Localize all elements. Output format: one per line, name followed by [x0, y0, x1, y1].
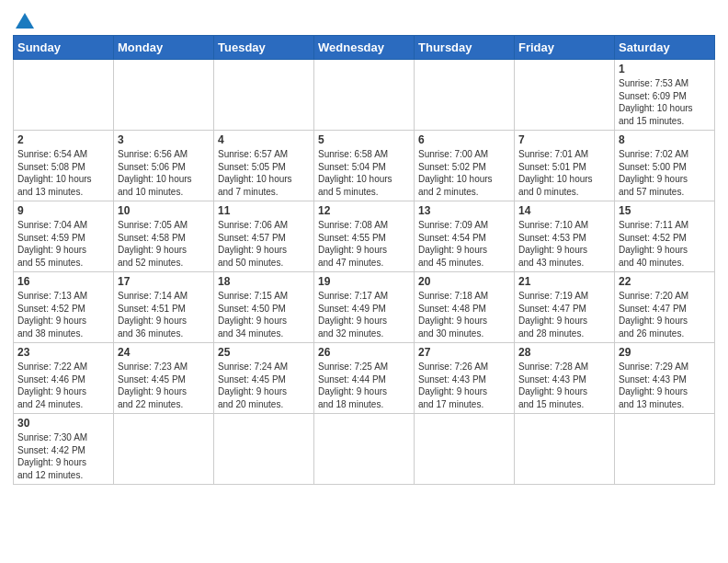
weekday-header-monday: Monday	[114, 36, 214, 60]
calendar-cell: 13Sunrise: 7:09 AM Sunset: 4:54 PM Dayli…	[415, 201, 515, 272]
day-number: 22	[619, 275, 711, 288]
day-info: Sunrise: 7:10 AM Sunset: 4:53 PM Dayligh…	[518, 219, 610, 269]
calendar-cell	[14, 60, 114, 131]
calendar-week-row: 1Sunrise: 7:53 AM Sunset: 6:09 PM Daylig…	[14, 60, 715, 131]
calendar-cell: 20Sunrise: 7:18 AM Sunset: 4:48 PM Dayli…	[415, 272, 515, 343]
logo-text	[13, 13, 34, 29]
day-info: Sunrise: 7:26 AM Sunset: 4:43 PM Dayligh…	[418, 361, 510, 410]
day-number: 30	[17, 417, 109, 430]
logo	[13, 9, 34, 29]
day-number: 13	[418, 204, 510, 217]
day-info: Sunrise: 7:00 AM Sunset: 5:02 PM Dayligh…	[418, 148, 510, 198]
day-number: 6	[418, 133, 510, 146]
calendar-cell: 21Sunrise: 7:19 AM Sunset: 4:47 PM Dayli…	[515, 272, 615, 343]
calendar-cell	[214, 60, 314, 131]
calendar-cell	[114, 414, 214, 485]
day-info: Sunrise: 7:09 AM Sunset: 4:54 PM Dayligh…	[418, 219, 510, 269]
weekday-header-friday: Friday	[515, 36, 615, 60]
day-info: Sunrise: 6:58 AM Sunset: 5:04 PM Dayligh…	[318, 148, 410, 198]
day-info: Sunrise: 6:56 AM Sunset: 5:06 PM Dayligh…	[118, 148, 210, 198]
weekday-header-thursday: Thursday	[415, 36, 515, 60]
calendar-cell	[114, 60, 214, 131]
day-info: Sunrise: 7:23 AM Sunset: 4:45 PM Dayligh…	[118, 361, 210, 410]
day-number: 18	[218, 275, 310, 288]
day-number: 12	[318, 204, 410, 217]
calendar-cell: 6Sunrise: 7:00 AM Sunset: 5:02 PM Daylig…	[415, 131, 515, 201]
calendar-cell	[314, 60, 415, 131]
day-number: 8	[619, 133, 711, 146]
day-number: 7	[518, 133, 610, 146]
calendar-cell: 28Sunrise: 7:28 AM Sunset: 4:43 PM Dayli…	[515, 343, 615, 414]
day-info: Sunrise: 7:08 AM Sunset: 4:55 PM Dayligh…	[318, 219, 410, 269]
day-number: 2	[17, 133, 109, 146]
day-number: 5	[318, 133, 410, 146]
day-number: 20	[418, 275, 510, 288]
calendar-cell: 24Sunrise: 7:23 AM Sunset: 4:45 PM Dayli…	[114, 343, 214, 414]
calendar-cell	[515, 414, 615, 485]
day-number: 28	[518, 346, 610, 359]
day-info: Sunrise: 7:24 AM Sunset: 4:45 PM Dayligh…	[218, 361, 310, 410]
day-number: 27	[418, 346, 510, 359]
day-number: 3	[118, 133, 210, 146]
calendar-week-row: 2Sunrise: 6:54 AM Sunset: 5:08 PM Daylig…	[14, 131, 715, 201]
day-number: 15	[619, 204, 711, 217]
calendar-cell	[515, 60, 615, 131]
day-number: 24	[118, 346, 210, 359]
day-info: Sunrise: 7:17 AM Sunset: 4:49 PM Dayligh…	[318, 290, 410, 339]
day-info: Sunrise: 7:15 AM Sunset: 4:50 PM Dayligh…	[218, 290, 310, 339]
calendar-cell: 19Sunrise: 7:17 AM Sunset: 4:49 PM Dayli…	[314, 272, 415, 343]
weekday-header-wednesday: Wednesday	[314, 36, 415, 60]
calendar-cell: 15Sunrise: 7:11 AM Sunset: 4:52 PM Dayli…	[615, 201, 715, 272]
day-number: 1	[619, 63, 711, 75]
calendar-cell: 14Sunrise: 7:10 AM Sunset: 4:53 PM Dayli…	[515, 201, 615, 272]
calendar-cell	[214, 414, 314, 485]
day-info: Sunrise: 7:04 AM Sunset: 4:59 PM Dayligh…	[17, 219, 109, 269]
day-number: 4	[218, 133, 310, 146]
calendar-week-row: 23Sunrise: 7:22 AM Sunset: 4:46 PM Dayli…	[14, 343, 715, 414]
calendar-table: SundayMondayTuesdayWednesdayThursdayFrid…	[13, 35, 715, 485]
calendar-cell: 7Sunrise: 7:01 AM Sunset: 5:01 PM Daylig…	[515, 131, 615, 201]
calendar-cell: 29Sunrise: 7:29 AM Sunset: 4:43 PM Dayli…	[615, 343, 715, 414]
calendar-cell	[314, 414, 415, 485]
day-number: 23	[17, 346, 109, 359]
logo-triangle-icon	[16, 13, 34, 29]
day-info: Sunrise: 6:54 AM Sunset: 5:08 PM Dayligh…	[17, 148, 109, 198]
day-number: 16	[17, 275, 109, 288]
day-info: Sunrise: 7:11 AM Sunset: 4:52 PM Dayligh…	[619, 219, 711, 269]
calendar-cell: 4Sunrise: 6:57 AM Sunset: 5:05 PM Daylig…	[214, 131, 314, 201]
day-number: 25	[218, 346, 310, 359]
calendar-cell: 9Sunrise: 7:04 AM Sunset: 4:59 PM Daylig…	[14, 201, 114, 272]
calendar-cell: 11Sunrise: 7:06 AM Sunset: 4:57 PM Dayli…	[214, 201, 314, 272]
day-info: Sunrise: 7:19 AM Sunset: 4:47 PM Dayligh…	[518, 290, 610, 339]
calendar-week-row: 16Sunrise: 7:13 AM Sunset: 4:52 PM Dayli…	[14, 272, 715, 343]
calendar-cell: 12Sunrise: 7:08 AM Sunset: 4:55 PM Dayli…	[314, 201, 415, 272]
day-info: Sunrise: 7:06 AM Sunset: 4:57 PM Dayligh…	[218, 219, 310, 269]
day-info: Sunrise: 7:14 AM Sunset: 4:51 PM Dayligh…	[118, 290, 210, 339]
day-info: Sunrise: 7:53 AM Sunset: 6:09 PM Dayligh…	[619, 77, 711, 127]
day-info: Sunrise: 7:25 AM Sunset: 4:44 PM Dayligh…	[318, 361, 410, 410]
calendar-cell	[415, 414, 515, 485]
calendar-week-row: 30Sunrise: 7:30 AM Sunset: 4:42 PM Dayli…	[14, 414, 715, 485]
day-info: Sunrise: 7:29 AM Sunset: 4:43 PM Dayligh…	[619, 361, 711, 410]
calendar-cell: 18Sunrise: 7:15 AM Sunset: 4:50 PM Dayli…	[214, 272, 314, 343]
day-number: 10	[118, 204, 210, 217]
calendar-cell: 16Sunrise: 7:13 AM Sunset: 4:52 PM Dayli…	[14, 272, 114, 343]
header	[13, 9, 715, 29]
calendar-cell	[415, 60, 515, 131]
calendar-cell: 27Sunrise: 7:26 AM Sunset: 4:43 PM Dayli…	[415, 343, 515, 414]
day-info: Sunrise: 7:02 AM Sunset: 5:00 PM Dayligh…	[619, 148, 711, 198]
day-info: Sunrise: 7:05 AM Sunset: 4:58 PM Dayligh…	[118, 219, 210, 269]
weekday-header-sunday: Sunday	[14, 36, 114, 60]
day-number: 19	[318, 275, 410, 288]
day-info: Sunrise: 7:20 AM Sunset: 4:47 PM Dayligh…	[619, 290, 711, 339]
calendar-cell: 8Sunrise: 7:02 AM Sunset: 5:00 PM Daylig…	[615, 131, 715, 201]
day-info: Sunrise: 7:18 AM Sunset: 4:48 PM Dayligh…	[418, 290, 510, 339]
calendar-cell: 30Sunrise: 7:30 AM Sunset: 4:42 PM Dayli…	[14, 414, 114, 485]
calendar-cell	[615, 414, 715, 485]
day-info: Sunrise: 6:57 AM Sunset: 5:05 PM Dayligh…	[218, 148, 310, 198]
day-info: Sunrise: 7:13 AM Sunset: 4:52 PM Dayligh…	[17, 290, 109, 339]
calendar-cell: 26Sunrise: 7:25 AM Sunset: 4:44 PM Dayli…	[314, 343, 415, 414]
calendar-header-row: SundayMondayTuesdayWednesdayThursdayFrid…	[14, 36, 715, 60]
calendar-cell: 2Sunrise: 6:54 AM Sunset: 5:08 PM Daylig…	[14, 131, 114, 201]
day-number: 29	[619, 346, 711, 359]
